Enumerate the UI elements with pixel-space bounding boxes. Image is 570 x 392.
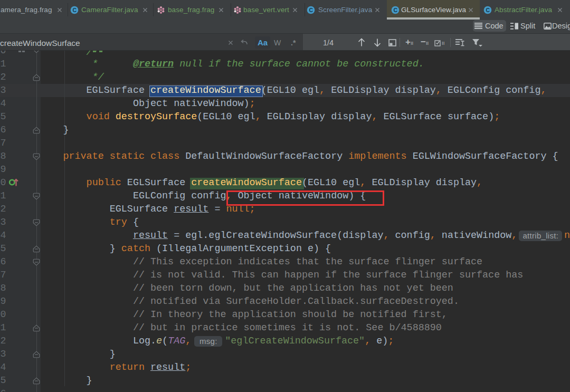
svg-text:C: C xyxy=(393,7,397,13)
svg-text:C: C xyxy=(486,7,490,13)
svg-text:C: C xyxy=(309,7,313,13)
svg-text:C: C xyxy=(72,7,77,13)
